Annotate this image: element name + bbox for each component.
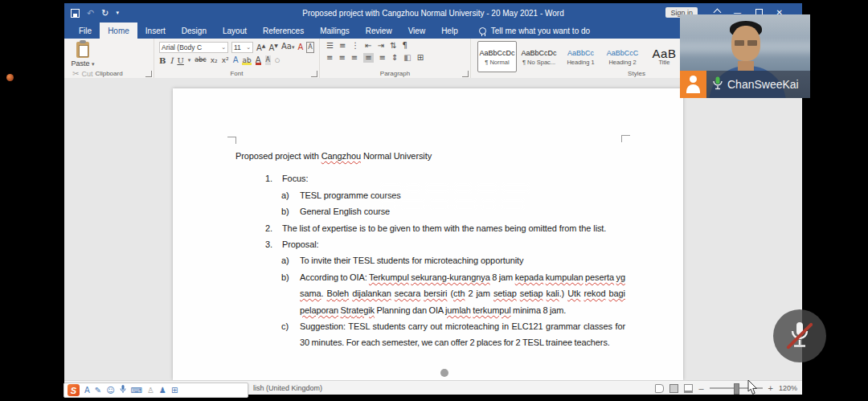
character-shading-icon[interactable]: A: [265, 55, 271, 65]
font-name-select[interactable]: Arial (Body C⌄: [159, 42, 228, 53]
annotation-dot: [440, 369, 448, 377]
tab-review[interactable]: Review: [358, 23, 400, 39]
strikethrough-icon[interactable]: abc: [194, 55, 206, 65]
underline-button[interactable]: U: [177, 56, 183, 65]
doc-paragraph[interactable]: b)According to OIA: Terkumpul sekurang-k…: [281, 269, 625, 318]
subscript-icon[interactable]: x₂: [211, 55, 218, 65]
document-content[interactable]: Proposed project with Cangzhou Normal Un…: [173, 88, 683, 351]
tab-home[interactable]: Home: [100, 23, 137, 39]
tab-view[interactable]: View: [400, 23, 434, 39]
list-marker: b): [281, 203, 300, 219]
superscript-icon[interactable]: x²: [222, 55, 229, 65]
zoom-in-icon[interactable]: +: [768, 383, 773, 393]
doc-paragraph[interactable]: a)To invite their TESL students for micr…: [281, 252, 625, 268]
underline-dropdown-icon[interactable]: ▾: [188, 57, 191, 63]
paragraph-dialog-launcher[interactable]: [462, 71, 469, 77]
change-case-icon[interactable]: Aa▾: [281, 42, 294, 52]
align-center-icon[interactable]: ≡: [338, 53, 345, 63]
tab-design[interactable]: Design: [174, 23, 215, 39]
paste-button[interactable]: Paste ▾: [69, 42, 96, 68]
doc-paragraph[interactable]: a)TESL programme courses: [281, 187, 625, 203]
save-icon[interactable]: [71, 9, 80, 18]
increase-indent-icon[interactable]: ⇥: [378, 41, 384, 51]
tab-file[interactable]: File: [71, 23, 100, 39]
bullets-icon[interactable]: ☰: [326, 41, 334, 51]
document-page[interactable]: Proposed project with Cangzhou Normal Un…: [173, 88, 683, 380]
person-icon[interactable]: ♙: [147, 387, 154, 395]
text-effects-icon[interactable]: A: [233, 55, 239, 65]
tab-layout[interactable]: Layout: [215, 23, 255, 39]
tell-me-box[interactable]: Tell me what you want to do: [479, 23, 590, 39]
margin-corner-mark: [227, 137, 236, 144]
style-heading-2[interactable]: AaBbCcCHeading 2: [603, 41, 642, 72]
zoom-slider-handle[interactable]: [734, 383, 739, 395]
multilevel-list-icon[interactable]: ⋮: [351, 41, 359, 51]
web-layout-icon[interactable]: [684, 384, 693, 393]
undo-icon[interactable]: ↶: [87, 9, 94, 18]
justify-icon[interactable]: ≡: [363, 53, 373, 63]
italic-button[interactable]: I: [170, 56, 173, 65]
style-heading-1[interactable]: AaBbCcHeading 1: [561, 41, 600, 72]
tab-mailings[interactable]: Mailings: [312, 23, 358, 39]
webcam-overlay[interactable]: ChanSweeKai: [680, 14, 810, 98]
doc-paragraph[interactable]: b)General English course: [281, 203, 625, 219]
skin-icon[interactable]: ♟: [159, 387, 166, 395]
misspelled-word: bersiri: [424, 288, 447, 298]
soft-keyboard-icon[interactable]: ⌨: [131, 387, 142, 395]
style--no-spac-[interactable]: AaBbCcDc¶ No Spac...: [519, 41, 559, 72]
sogou-logo[interactable]: S: [68, 384, 80, 396]
voice-input-icon[interactable]: [120, 385, 126, 395]
mic-active-icon: [713, 76, 723, 93]
style--normal[interactable]: AaBbCcDc¶ Normal: [477, 41, 517, 72]
doc-paragraph[interactable]: Proposed project with Cangzhou Normal Un…: [235, 148, 625, 164]
enclose-characters-icon[interactable]: ○: [275, 55, 280, 65]
toolbox-icon[interactable]: ⊞: [171, 387, 178, 395]
style-title[interactable]: AaBTitle: [645, 41, 684, 72]
phonetic-guide-icon[interactable]: A: [297, 43, 303, 52]
decrease-indent-icon[interactable]: ⇤: [365, 41, 371, 51]
microphone-muted-button[interactable]: [773, 309, 826, 362]
print-layout-icon[interactable]: [669, 384, 678, 393]
line-spacing-icon[interactable]: ⇕: [391, 53, 398, 63]
emoji-icon[interactable]: ☺: [106, 387, 114, 395]
paste-dropdown-icon[interactable]: ▾: [92, 61, 95, 67]
redo-icon[interactable]: ↻: [101, 9, 108, 18]
misspelled-word: sama: [300, 288, 321, 298]
list-marker: 1.: [265, 170, 282, 186]
list-marker: a): [281, 252, 300, 268]
zoom-level[interactable]: 120%: [779, 384, 797, 392]
language-status[interactable]: lish (United Kingdom): [253, 384, 322, 392]
customize-qat-icon[interactable]: ▾: [116, 10, 119, 16]
doc-paragraph[interactable]: 3.Proposal:: [265, 236, 625, 252]
highlight-color-icon[interactable]: ab: [242, 55, 251, 65]
handwriting-pen-icon[interactable]: ✎: [95, 387, 101, 395]
align-right-icon[interactable]: ≡: [351, 53, 358, 63]
grow-font-icon[interactable]: A▲: [256, 41, 265, 53]
align-left-icon[interactable]: ≡: [326, 53, 333, 63]
font-size-select[interactable]: 11⌄: [231, 42, 253, 53]
doc-paragraph[interactable]: 1.Focus:: [265, 170, 625, 186]
zoom-out-icon[interactable]: –: [698, 383, 703, 393]
misspelled-word: sekurang-kurangnya: [411, 272, 489, 282]
distribute-icon[interactable]: ≡: [379, 53, 386, 63]
clipboard-dialog-launcher[interactable]: [145, 71, 152, 77]
shrink-font-icon[interactable]: A▼: [268, 41, 277, 53]
mouse-cursor: [747, 380, 759, 395]
font-dialog-launcher[interactable]: [311, 71, 317, 77]
show-formatting-marks-icon[interactable]: ¶: [403, 41, 407, 51]
borders-icon[interactable]: ⊞: [417, 53, 424, 63]
font-color-icon[interactable]: A: [256, 55, 261, 65]
tab-insert[interactable]: Insert: [137, 23, 174, 39]
sort-icon[interactable]: ⇅: [390, 41, 396, 51]
participant-name-bar: ChanSweeKai: [706, 71, 810, 98]
read-mode-icon[interactable]: [655, 384, 664, 393]
input-mode-icon[interactable]: A: [84, 387, 90, 395]
tab-help[interactable]: Help: [433, 23, 466, 39]
shading-icon[interactable]: ◧: [403, 53, 411, 63]
doc-paragraph[interactable]: 2.The list of expertise is to be given t…: [265, 220, 625, 236]
numbering-icon[interactable]: ≡: [339, 41, 346, 51]
bold-button[interactable]: B: [159, 56, 166, 65]
doc-paragraph[interactable]: c)Suggestion: TESL students carry out mi…: [281, 318, 625, 351]
character-border-icon[interactable]: A: [306, 42, 313, 53]
tab-references[interactable]: References: [255, 23, 312, 39]
